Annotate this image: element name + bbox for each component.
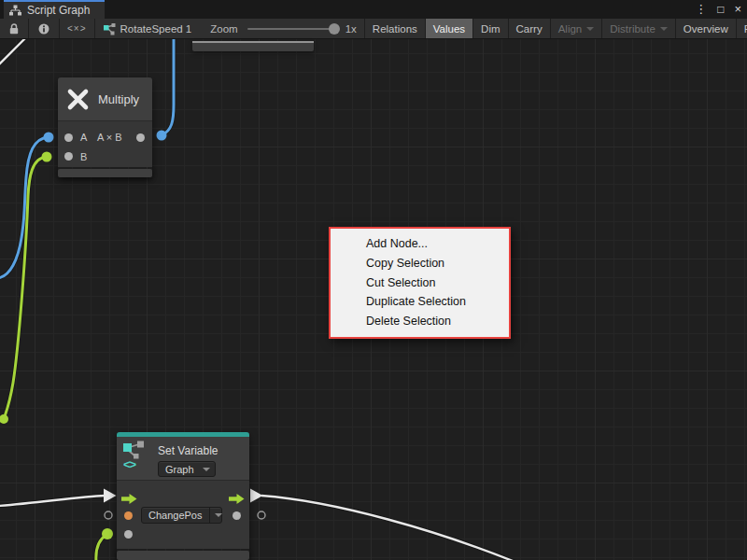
partial-node-footer[interactable]	[192, 41, 314, 51]
empty-port-circle-left	[105, 511, 112, 519]
multiply-node-body[interactable]: A A × B B	[58, 121, 152, 167]
wire-white-flow-out	[261, 496, 517, 560]
set-variable-title: Set Variable	[158, 444, 218, 457]
variable-graph-icon	[122, 441, 147, 459]
info-button[interactable]	[29, 19, 59, 38]
info-icon	[38, 23, 49, 35]
flow-input-arrow-icon[interactable]	[121, 491, 137, 508]
port-label-b: B	[80, 152, 87, 162]
distribute-dropdown-button[interactable]: Distribute	[602, 19, 675, 38]
port-input-b[interactable]	[64, 152, 73, 161]
wire-white-flow-in	[0, 496, 105, 506]
multiply-node-header[interactable]: Multiply	[58, 77, 152, 121]
wire-green-bottom	[96, 535, 106, 560]
wire-blue-input-a	[0, 137, 49, 278]
port-variable-name[interactable]	[124, 511, 133, 520]
multiply-node[interactable]: Multiply A A × B B	[58, 77, 152, 177]
overview-button-label: Overview	[684, 23, 728, 35]
menu-item-duplicate-selection[interactable]: Duplicate Selection	[331, 292, 509, 312]
relations-button[interactable]: Relations	[365, 19, 425, 38]
wire-endpoint-green-left	[0, 414, 8, 424]
chevron-down-icon	[660, 27, 668, 31]
set-variable-body[interactable]: ChangePos	[117, 481, 249, 549]
tab-bar: Script Graph ⋮ □ ×	[0, 0, 747, 19]
full-screen-button[interactable]: Full Screen	[737, 19, 747, 38]
port-output-value[interactable]	[233, 511, 241, 520]
context-menu: Add Node... Copy Selection Cut Selection…	[329, 227, 511, 339]
graph-reference-breadcrumb[interactable]: RotateSpeed 1	[95, 19, 200, 38]
port-input-value[interactable]	[124, 530, 133, 539]
wire-green-input-b	[4, 157, 47, 419]
set-variable-footer	[117, 551, 249, 560]
chevron-down-icon	[209, 508, 227, 523]
wire-white-topleft	[0, 39, 26, 65]
graph-canvas[interactable]: Multiply A A × B B	[0, 39, 747, 560]
multiply-node-footer	[58, 169, 152, 177]
carry-button-label: Carry	[516, 23, 543, 35]
variable-name-value: ChangePos	[142, 510, 209, 521]
zoom-control: Zoom 1x	[210, 19, 364, 38]
lock-button[interactable]	[0, 19, 28, 38]
variable-kind-dropdown[interactable]: Graph	[158, 461, 216, 477]
menu-item-cut-selection[interactable]: Cut Selection	[331, 273, 509, 293]
variable-kind-value: Graph	[159, 464, 198, 475]
close-icon[interactable]: ×	[734, 0, 741, 19]
zoom-level-value: 1x	[345, 23, 357, 35]
chevron-down-icon	[198, 462, 215, 476]
menu-item-add-node[interactable]: Add Node...	[331, 234, 509, 254]
tab-script-graph[interactable]: Script Graph	[4, 0, 105, 19]
wire-endpoint-blue-a	[44, 133, 54, 143]
graph-reference-label: RotateSpeed 1	[120, 23, 192, 35]
values-button-label: Values	[433, 23, 465, 35]
overview-button[interactable]: Overview	[676, 19, 736, 38]
set-variable-node[interactable]: <> Set Variable Graph ChangePos	[117, 432, 249, 560]
align-dropdown-button[interactable]: Align	[551, 19, 602, 38]
menu-item-delete-selection[interactable]: Delete Selection	[331, 312, 509, 331]
port-input-a[interactable]	[64, 133, 73, 142]
port-label-a: A	[80, 133, 87, 143]
multiply-node-title: Multiply	[98, 92, 139, 106]
code-view-button[interactable]: <×>	[60, 19, 94, 38]
flow-arrowhead-out	[250, 489, 263, 503]
wire-endpoint-green-setvar	[102, 528, 113, 539]
wire-blue-output	[162, 39, 174, 135]
distribute-button-label: Distribute	[610, 23, 655, 35]
relations-button-label: Relations	[373, 23, 417, 35]
graph-hierarchy-icon	[9, 5, 21, 16]
dim-button-label: Dim	[481, 23, 500, 35]
multiply-icon	[66, 88, 90, 111]
zoom-label: Zoom	[210, 23, 237, 35]
carry-button[interactable]: Carry	[509, 19, 550, 38]
window-menu-icon[interactable]: ⋮	[695, 0, 707, 19]
port-output-axb[interactable]	[136, 133, 145, 142]
set-variable-header[interactable]: <> Set Variable Graph	[117, 437, 249, 481]
window-controls: ⋮ □ ×	[695, 0, 741, 19]
flow-output-arrow-icon[interactable]	[229, 491, 245, 508]
wire-endpoint-green-b	[42, 152, 52, 162]
dim-button[interactable]: Dim	[473, 19, 507, 38]
script-graph-asset-icon	[103, 22, 116, 35]
tab-title: Script Graph	[27, 4, 90, 17]
script-graph-window: Script Graph ⋮ □ ×	[0, 0, 747, 560]
variable-name-dropdown[interactable]: ChangePos	[141, 507, 222, 524]
wire-endpoint-blue-out	[157, 131, 167, 141]
port-label-axb: A × B	[97, 133, 122, 143]
zoom-slider[interactable]	[247, 28, 337, 30]
align-button-label: Align	[558, 23, 583, 35]
code-icon: <×>	[67, 23, 87, 34]
menu-item-copy-selection[interactable]: Copy Selection	[331, 254, 509, 273]
lock-icon	[9, 23, 19, 35]
values-button[interactable]: Values	[426, 19, 472, 38]
chevron-down-icon	[586, 27, 594, 31]
maximize-icon[interactable]: □	[717, 0, 724, 19]
flow-arrowhead-in	[104, 489, 117, 503]
empty-port-circle-right	[258, 511, 265, 519]
zoom-slider-handle[interactable]	[329, 23, 340, 35]
code-brackets-icon: <>	[123, 457, 135, 471]
graph-toolbar: <×> RotateSpeed 1 Zoom 1x Relations	[0, 19, 747, 39]
